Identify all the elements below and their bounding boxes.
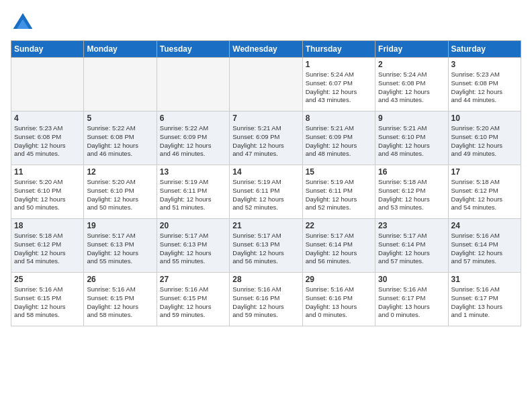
cell-info: Sunrise: 5:17 AM Sunset: 6:14 PM Dayligh…: [306, 232, 372, 266]
cell-info: Sunrise: 5:17 AM Sunset: 6:13 PM Dayligh…: [160, 232, 226, 266]
calendar-week-row: 4Sunrise: 5:23 AM Sunset: 6:08 PM Daylig…: [11, 111, 521, 165]
calendar-cell: 29Sunrise: 5:16 AM Sunset: 6:16 PM Dayli…: [302, 273, 375, 326]
cell-info: Sunrise: 5:16 AM Sunset: 6:16 PM Dayligh…: [306, 285, 372, 320]
day-number: 27: [160, 275, 226, 284]
weekday-header-row: SundayMondayTuesdayWednesdayThursdayFrid…: [11, 41, 521, 58]
calendar-cell: 26Sunrise: 5:16 AM Sunset: 6:15 PM Dayli…: [84, 273, 157, 326]
calendar-cell: 19Sunrise: 5:17 AM Sunset: 6:13 PM Dayli…: [84, 219, 157, 273]
calendar-cell: 30Sunrise: 5:16 AM Sunset: 6:17 PM Dayli…: [375, 273, 448, 326]
cell-info: Sunrise: 5:24 AM Sunset: 6:08 PM Dayligh…: [378, 71, 445, 105]
cell-info: Sunrise: 5:17 AM Sunset: 6:13 PM Dayligh…: [232, 232, 299, 266]
weekday-header-tuesday: Tuesday: [157, 41, 229, 58]
cell-info: Sunrise: 5:18 AM Sunset: 6:12 PM Dayligh…: [378, 178, 445, 212]
day-number: 26: [87, 275, 153, 284]
calendar-week-row: 25Sunrise: 5:16 AM Sunset: 6:15 PM Dayli…: [11, 273, 521, 326]
calendar-cell: 23Sunrise: 5:17 AM Sunset: 6:14 PM Dayli…: [375, 219, 448, 273]
day-number: 23: [378, 221, 445, 230]
cell-info: Sunrise: 5:16 AM Sunset: 6:16 PM Dayligh…: [232, 285, 299, 320]
day-number: 1: [306, 60, 372, 69]
cell-info: Sunrise: 5:16 AM Sunset: 6:17 PM Dayligh…: [378, 285, 445, 320]
day-number: 30: [378, 275, 445, 284]
calendar-cell: 28Sunrise: 5:16 AM Sunset: 6:16 PM Dayli…: [230, 273, 302, 326]
calendar-cell: 15Sunrise: 5:19 AM Sunset: 6:11 PM Dayli…: [302, 165, 375, 219]
calendar-week-row: 11Sunrise: 5:20 AM Sunset: 6:10 PM Dayli…: [11, 165, 521, 219]
weekday-header-wednesday: Wednesday: [230, 41, 302, 58]
day-number: 29: [306, 275, 372, 284]
calendar-cell: 20Sunrise: 5:17 AM Sunset: 6:13 PM Dayli…: [157, 219, 229, 273]
cell-info: Sunrise: 5:23 AM Sunset: 6:08 PM Dayligh…: [14, 124, 81, 158]
calendar-cell: 24Sunrise: 5:16 AM Sunset: 6:14 PM Dayli…: [448, 219, 521, 273]
weekday-header-monday: Monday: [84, 41, 157, 58]
cell-info: Sunrise: 5:16 AM Sunset: 6:15 PM Dayligh…: [87, 285, 153, 320]
calendar-cell: 5Sunrise: 5:22 AM Sunset: 6:08 PM Daylig…: [84, 111, 157, 165]
calendar-cell: 3Sunrise: 5:23 AM Sunset: 6:08 PM Daylig…: [448, 58, 521, 111]
weekday-header-friday: Friday: [375, 41, 448, 58]
calendar-table: SundayMondayTuesdayWednesdayThursdayFrid…: [11, 40, 521, 326]
day-number: 25: [14, 275, 81, 284]
calendar-cell: [11, 58, 84, 111]
calendar-cell: 6Sunrise: 5:22 AM Sunset: 6:09 PM Daylig…: [157, 111, 229, 165]
weekday-header-thursday: Thursday: [302, 41, 375, 58]
day-number: 21: [232, 221, 299, 230]
day-number: 18: [14, 221, 81, 230]
calendar-cell: 13Sunrise: 5:19 AM Sunset: 6:11 PM Dayli…: [157, 165, 229, 219]
day-number: 10: [451, 113, 518, 123]
day-number: 19: [87, 221, 153, 230]
cell-info: Sunrise: 5:20 AM Sunset: 6:10 PM Dayligh…: [14, 178, 81, 212]
calendar-cell: 25Sunrise: 5:16 AM Sunset: 6:15 PM Dayli…: [11, 273, 84, 326]
cell-info: Sunrise: 5:18 AM Sunset: 6:12 PM Dayligh…: [451, 178, 518, 212]
day-number: 15: [306, 167, 372, 177]
calendar-week-row: 1Sunrise: 5:24 AM Sunset: 6:07 PM Daylig…: [11, 58, 521, 111]
logo: [11, 11, 39, 35]
day-number: 3: [451, 60, 518, 69]
calendar-week-row: 18Sunrise: 5:18 AM Sunset: 6:12 PM Dayli…: [11, 219, 521, 273]
calendar-cell: 14Sunrise: 5:19 AM Sunset: 6:11 PM Dayli…: [230, 165, 302, 219]
calendar-cell: 22Sunrise: 5:17 AM Sunset: 6:14 PM Dayli…: [302, 219, 375, 273]
calendar-cell: 8Sunrise: 5:21 AM Sunset: 6:09 PM Daylig…: [302, 111, 375, 165]
calendar-cell: 31Sunrise: 5:16 AM Sunset: 6:17 PM Dayli…: [448, 273, 521, 326]
day-number: 8: [306, 113, 372, 123]
cell-info: Sunrise: 5:16 AM Sunset: 6:15 PM Dayligh…: [14, 285, 81, 320]
day-number: 12: [87, 167, 153, 177]
cell-info: Sunrise: 5:16 AM Sunset: 6:17 PM Dayligh…: [451, 285, 518, 320]
cell-info: Sunrise: 5:24 AM Sunset: 6:07 PM Dayligh…: [306, 71, 372, 105]
day-number: 9: [378, 113, 445, 123]
cell-info: Sunrise: 5:20 AM Sunset: 6:10 PM Dayligh…: [87, 178, 153, 212]
day-number: 6: [160, 113, 226, 123]
cell-info: Sunrise: 5:16 AM Sunset: 6:14 PM Dayligh…: [451, 232, 518, 266]
cell-info: Sunrise: 5:23 AM Sunset: 6:08 PM Dayligh…: [451, 71, 518, 105]
cell-info: Sunrise: 5:19 AM Sunset: 6:11 PM Dayligh…: [232, 178, 299, 212]
calendar-cell: 2Sunrise: 5:24 AM Sunset: 6:08 PM Daylig…: [375, 58, 448, 111]
day-number: 5: [87, 113, 153, 123]
cell-info: Sunrise: 5:21 AM Sunset: 6:09 PM Dayligh…: [232, 124, 299, 158]
day-number: 31: [451, 275, 518, 284]
day-number: 22: [306, 221, 372, 230]
calendar-cell: 7Sunrise: 5:21 AM Sunset: 6:09 PM Daylig…: [230, 111, 302, 165]
calendar-cell: 9Sunrise: 5:21 AM Sunset: 6:10 PM Daylig…: [375, 111, 448, 165]
calendar-cell: 10Sunrise: 5:20 AM Sunset: 6:10 PM Dayli…: [448, 111, 521, 165]
cell-info: Sunrise: 5:21 AM Sunset: 6:09 PM Dayligh…: [306, 124, 372, 158]
calendar-cell: 11Sunrise: 5:20 AM Sunset: 6:10 PM Dayli…: [11, 165, 84, 219]
cell-info: Sunrise: 5:16 AM Sunset: 6:15 PM Dayligh…: [160, 285, 226, 320]
day-number: 16: [378, 167, 445, 177]
calendar-cell: 17Sunrise: 5:18 AM Sunset: 6:12 PM Dayli…: [448, 165, 521, 219]
page-header: [11, 11, 521, 35]
day-number: 28: [232, 275, 299, 284]
calendar-cell: [157, 58, 229, 111]
calendar-cell: 27Sunrise: 5:16 AM Sunset: 6:15 PM Dayli…: [157, 273, 229, 326]
calendar-cell: 4Sunrise: 5:23 AM Sunset: 6:08 PM Daylig…: [11, 111, 84, 165]
day-number: 7: [232, 113, 299, 123]
day-number: 14: [232, 167, 299, 177]
cell-info: Sunrise: 5:18 AM Sunset: 6:12 PM Dayligh…: [14, 232, 81, 266]
cell-info: Sunrise: 5:19 AM Sunset: 6:11 PM Dayligh…: [160, 178, 226, 212]
day-number: 20: [160, 221, 226, 230]
weekday-header-sunday: Sunday: [11, 41, 84, 58]
calendar-cell: [84, 58, 157, 111]
day-number: 11: [14, 167, 81, 177]
calendar-cell: 18Sunrise: 5:18 AM Sunset: 6:12 PM Dayli…: [11, 219, 84, 273]
day-number: 13: [160, 167, 226, 177]
cell-info: Sunrise: 5:19 AM Sunset: 6:11 PM Dayligh…: [306, 178, 372, 212]
cell-info: Sunrise: 5:17 AM Sunset: 6:13 PM Dayligh…: [87, 232, 153, 266]
day-number: 17: [451, 167, 518, 177]
day-number: 4: [14, 113, 81, 123]
